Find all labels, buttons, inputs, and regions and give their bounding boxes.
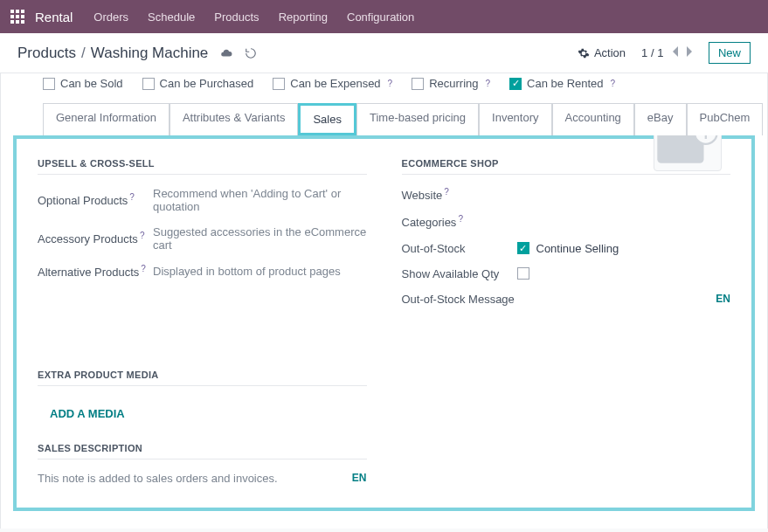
lang-badge[interactable]: EN xyxy=(352,472,367,484)
discard-icon[interactable] xyxy=(245,47,257,59)
top-navbar: Rental Orders Schedule Products Reportin… xyxy=(0,0,768,33)
website-field: Website? xyxy=(402,187,731,202)
help-icon[interactable]: ? xyxy=(486,79,491,88)
tab-ebay[interactable]: eBay xyxy=(634,103,687,135)
menu-configuration[interactable]: Configuration xyxy=(347,10,414,24)
help-icon[interactable]: ? xyxy=(129,192,135,202)
upsell-column: UPSELL & CROSS-SELL Optional Products? R… xyxy=(38,158,367,485)
out-of-stock-field: Out-of-Stock Continue Selling xyxy=(402,242,731,255)
can-be-sold-checkbox[interactable]: Can be Sold xyxy=(43,77,123,90)
app-brand[interactable]: Rental xyxy=(35,10,73,24)
categories-field: Categories? xyxy=(402,214,731,229)
accessory-products-input[interactable]: Suggested accessories in the eCommerce c… xyxy=(153,225,367,252)
tab-pubchem[interactable]: PubChem xyxy=(687,103,764,135)
accessory-products-field: Accessory Products? Suggested accessorie… xyxy=(38,225,367,252)
breadcrumb: Products / Washing Machine xyxy=(17,45,208,62)
help-icon[interactable]: ? xyxy=(611,79,616,88)
product-flags: Can be Sold Can be Purchased Can be Expe… xyxy=(1,73,767,102)
menu-products[interactable]: Products xyxy=(214,10,259,24)
record-state-icons xyxy=(220,47,257,59)
sales-description-title: SALES DESCRIPTION xyxy=(38,443,367,459)
tab-inventory[interactable]: Inventory xyxy=(479,103,551,135)
cloud-save-icon[interactable] xyxy=(220,47,232,59)
ecommerce-column: ECOMMERCE SHOP Website? Categories? Out-… xyxy=(402,158,731,485)
breadcrumb-sep: / xyxy=(81,45,86,62)
sales-tab-panel: UPSELL & CROSS-SELL Optional Products? R… xyxy=(13,135,755,511)
new-button[interactable]: New xyxy=(709,42,751,64)
form-sheet: ☆ Washing Machine Can be Sold Can be Pur… xyxy=(0,73,768,529)
can-be-rented-checkbox[interactable]: Can be Rented? xyxy=(509,77,615,90)
action-dropdown[interactable]: Action xyxy=(578,46,626,59)
pager: 1 / 1 xyxy=(641,46,693,59)
media-section-title: EXTRA PRODUCT MEDIA xyxy=(38,370,367,386)
can-be-expensed-checkbox[interactable]: Can be Expensed? xyxy=(273,77,392,90)
tab-time-based-pricing[interactable]: Time-based pricing xyxy=(356,103,479,135)
pager-next-icon[interactable] xyxy=(684,46,693,57)
add-media-button[interactable]: ADD A MEDIA xyxy=(50,407,125,420)
help-icon[interactable]: ? xyxy=(444,187,449,197)
menu-orders[interactable]: Orders xyxy=(93,10,128,24)
sales-description-input[interactable]: This note is added to sales orders and i… xyxy=(38,472,278,485)
tab-general-information[interactable]: General Information xyxy=(43,103,170,135)
form-tabs: General Information Attributes & Variant… xyxy=(43,102,743,135)
can-be-purchased-checkbox[interactable]: Can be Purchased xyxy=(142,77,254,90)
apps-icon[interactable] xyxy=(10,10,24,24)
main-menu: Orders Schedule Products Reporting Confi… xyxy=(93,10,414,24)
tab-accounting[interactable]: Accounting xyxy=(552,103,634,135)
gear-icon xyxy=(578,47,590,59)
upsell-section-title: UPSELL & CROSS-SELL xyxy=(38,158,367,175)
help-icon[interactable]: ? xyxy=(140,231,145,240)
lang-badge[interactable]: EN xyxy=(716,293,730,305)
pager-prev-icon[interactable] xyxy=(672,46,681,57)
show-available-qty-checkbox[interactable] xyxy=(517,267,529,280)
optional-products-input[interactable]: Recommend when 'Adding to Cart' or quota… xyxy=(153,187,367,213)
breadcrumb-current: Washing Machine xyxy=(91,45,209,62)
optional-products-field: Optional Products? Recommend when 'Addin… xyxy=(38,187,367,213)
show-available-qty-field: Show Available Qty xyxy=(402,267,731,280)
recurring-checkbox[interactable]: Recurring? xyxy=(412,77,490,90)
help-icon[interactable]: ? xyxy=(388,79,393,88)
tab-attributes-variants[interactable]: Attributes & Variants xyxy=(170,103,299,135)
tab-sales[interactable]: Sales xyxy=(298,103,356,135)
help-icon[interactable]: ? xyxy=(141,264,146,273)
help-icon[interactable]: ? xyxy=(458,214,463,224)
continue-selling-checkbox[interactable] xyxy=(517,242,529,254)
out-of-stock-message-field: Out-of-Stock Message EN xyxy=(402,293,731,306)
control-bar: Products / Washing Machine Action 1 / 1 … xyxy=(0,33,768,73)
alternative-products-field: Alternative Products? Displayed in botto… xyxy=(38,264,367,279)
breadcrumb-root[interactable]: Products xyxy=(17,45,76,62)
menu-reporting[interactable]: Reporting xyxy=(279,10,328,24)
alternative-products-input[interactable]: Displayed in bottom of product pages xyxy=(153,265,341,278)
menu-schedule[interactable]: Schedule xyxy=(148,10,195,24)
